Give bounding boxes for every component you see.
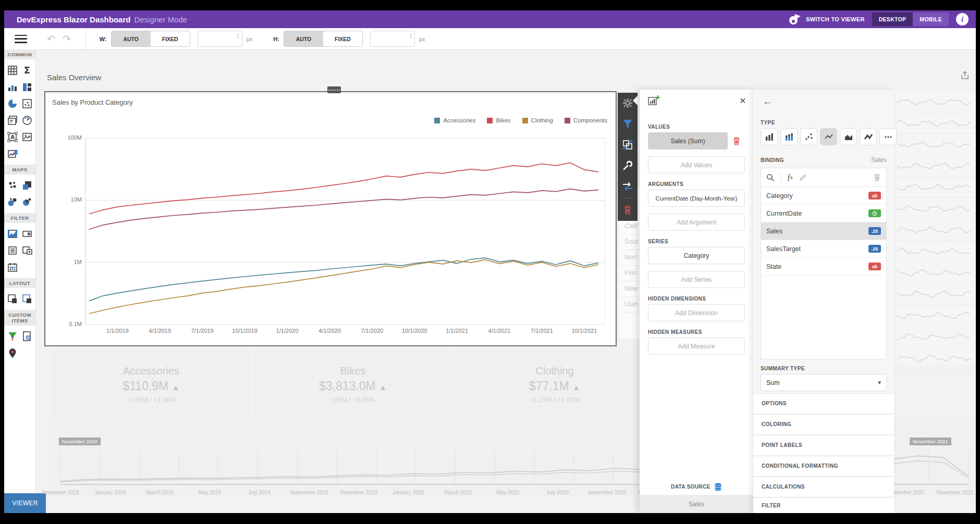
card-icon[interactable]: [5, 112, 20, 129]
mobile-button[interactable]: MOBILE: [913, 13, 949, 26]
desktop-button[interactable]: DESKTOP: [872, 13, 913, 26]
area-type-button[interactable]: [840, 128, 857, 145]
designer-toolbar: ↶ ↷ W: AUTO FIXED ▲▼ px H: AUTO FIXED ▲▼…: [4, 28, 976, 50]
x-tick-label: 10/1/2020: [396, 328, 433, 334]
add-measure-button[interactable]: Add Measure: [648, 338, 745, 355]
kpi-card-accessories[interactable]: Accessories $110.9M ▲ +2.05M / +1.88%: [52, 352, 250, 417]
field-row-salestarget[interactable]: SalesTarget .25: [761, 240, 886, 258]
date-filter-icon[interactable]: [5, 259, 20, 276]
summary-type-dropdown[interactable]: Sum ▾: [761, 374, 887, 391]
section-coloring[interactable]: COLORING: [753, 414, 894, 434]
bar-chart-type-button[interactable]: [761, 128, 778, 145]
stacked-bar-type-button[interactable]: [780, 128, 798, 145]
section-filter[interactable]: FILTER: [753, 497, 894, 513]
gauge-icon[interactable]: [20, 112, 34, 129]
text-box-icon[interactable]: A: [5, 129, 20, 145]
widget-drag-handle[interactable]: [327, 86, 341, 93]
scatter-chart-icon[interactable]: [20, 95, 34, 112]
maximize-icon[interactable]: [618, 134, 638, 155]
info-icon[interactable]: i: [956, 13, 969, 26]
add-series-button[interactable]: Add Series: [648, 271, 745, 288]
range-filter-icon[interactable]: [5, 226, 20, 242]
width-fixed-button[interactable]: FIXED: [151, 31, 190, 46]
field-row-state[interactable]: State ab: [761, 258, 886, 276]
value-chip-sales-sum[interactable]: Sales (Sum): [648, 132, 728, 149]
image-icon[interactable]: [20, 129, 34, 145]
listbox-filter-icon[interactable]: [5, 242, 20, 259]
kpi-card-bikes[interactable]: Bikes $3,813.0M ▲ +25M / +0.66%: [254, 352, 452, 417]
app-title: DevExpress Blazor Dashboard: [17, 15, 130, 24]
section-point-labels[interactable]: POINT LABELS: [753, 435, 894, 455]
data-source-name[interactable]: Sales: [640, 495, 753, 513]
map-pin-icon[interactable]: [5, 345, 20, 361]
pie-map-icon[interactable]: [20, 194, 34, 210]
add-calculated-field-icon[interactable]: f+: [788, 173, 793, 182]
add-dimension-button[interactable]: Add Dimension: [648, 304, 745, 321]
bound-image-icon[interactable]: [5, 145, 20, 162]
line-chart-plot[interactable]: [85, 136, 608, 327]
pie-chart-icon[interactable]: [5, 95, 20, 112]
convert-icon[interactable]: [618, 176, 638, 197]
trash-icon[interactable]: [618, 199, 638, 220]
section-options[interactable]: OPTIONS: [753, 393, 894, 413]
close-icon[interactable]: ×: [740, 96, 746, 105]
width-stepper[interactable]: ▲▼: [237, 33, 240, 39]
remove-value-trash-icon[interactable]: [732, 136, 741, 146]
range-end-badge[interactable]: November 2021: [910, 438, 951, 445]
kpi-value: $77.1M: [529, 379, 569, 393]
more-types-button[interactable]: [879, 128, 897, 145]
range-start-badge[interactable]: November 2018: [59, 438, 101, 445]
funnel-chart-icon[interactable]: [5, 328, 20, 345]
delete-field-trash-icon[interactable]: [873, 173, 881, 182]
tab-container-icon[interactable]: [20, 291, 34, 307]
choropleth-map-icon[interactable]: [20, 177, 34, 194]
height-fixed-button[interactable]: FIXED: [323, 31, 362, 46]
export-icon[interactable]: [960, 71, 970, 80]
treemap-icon[interactable]: [20, 79, 34, 95]
step-line-type-button[interactable]: [860, 128, 877, 145]
field-row-sales[interactable]: Sales .25: [761, 222, 886, 240]
viewer-button[interactable]: VIEWER: [4, 493, 46, 513]
kpi-card-clothing[interactable]: Clothing $77.1M ▲ +1.27M / +1.67%: [456, 352, 654, 417]
width-input[interactable]: [198, 31, 236, 45]
section-conditional-formatting[interactable]: CONDITIONAL FORMATTING: [753, 456, 894, 476]
switch-to-viewer-button[interactable]: SWITCH TO VIEWER: [788, 14, 865, 25]
wrench-icon[interactable]: [618, 155, 638, 176]
edit-pencil-icon[interactable]: [799, 173, 807, 181]
search-icon[interactable]: [766, 173, 775, 182]
height-stepper[interactable]: ▲▼: [409, 33, 412, 39]
filter-icon[interactable]: [618, 114, 638, 134]
geo-point-map-icon[interactable]: [5, 177, 20, 194]
field-row-currentdate[interactable]: CurrentDate: [761, 205, 886, 222]
series-chip-category[interactable]: Category: [648, 247, 745, 264]
field-row-category[interactable]: Category ab: [761, 187, 886, 205]
redo-icon[interactable]: ↷: [63, 33, 71, 45]
point-type-button[interactable]: [800, 128, 817, 145]
add-values-button[interactable]: Add Values: [648, 156, 745, 173]
width-value-box: ▲▼: [198, 31, 242, 47]
bubble-map-icon[interactable]: [5, 194, 20, 210]
undo-icon[interactable]: ↶: [47, 33, 55, 45]
width-auto-button[interactable]: AUTO: [112, 31, 151, 46]
app-mode: Designer Mode: [134, 15, 187, 24]
argument-chip-currentdate[interactable]: CurrentDate (Day-Month-Year): [648, 190, 745, 207]
menu-icon[interactable]: [15, 35, 27, 43]
chart-widget-sales-by-category[interactable]: Sales by Product Category AccessoriesBik…: [44, 91, 617, 346]
grid-icon[interactable]: [5, 62, 20, 79]
legend-item[interactable]: Components: [565, 117, 607, 123]
legend-item[interactable]: Bikes: [487, 117, 510, 123]
height-auto-button[interactable]: AUTO: [284, 31, 323, 46]
back-arrow-icon[interactable]: ←: [763, 96, 773, 107]
section-calculations[interactable]: CALCULATIONS: [753, 477, 894, 496]
legend-item[interactable]: Accessories: [434, 117, 475, 123]
line-type-button[interactable]: [820, 128, 837, 145]
pivot-sigma-icon[interactable]: Σ: [20, 62, 34, 79]
add-argument-button[interactable]: Add Argument: [648, 214, 745, 231]
legend-item[interactable]: Clothing: [522, 117, 553, 123]
webpage-icon[interactable]: [20, 328, 34, 345]
bar-chart-icon[interactable]: [5, 79, 20, 95]
treeview-filter-icon[interactable]: [20, 242, 34, 259]
group-icon[interactable]: [5, 291, 20, 307]
combobox-filter-icon[interactable]: [20, 226, 34, 242]
height-input[interactable]: [371, 31, 408, 45]
